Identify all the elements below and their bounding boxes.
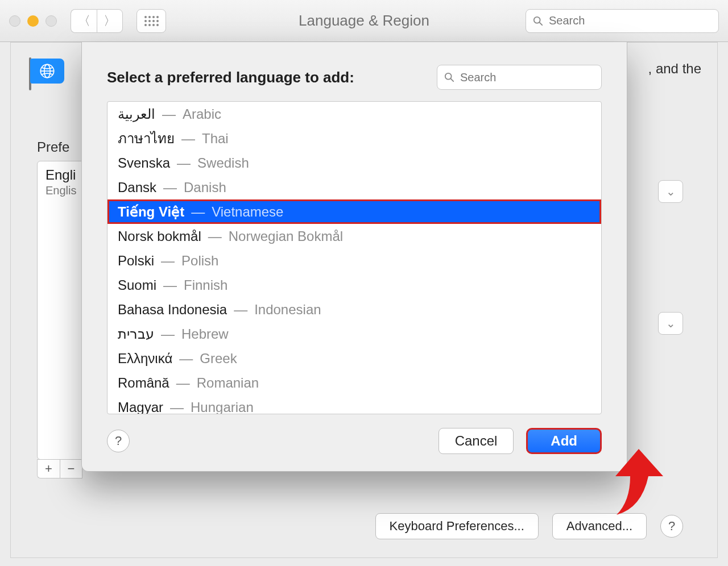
language-native: Bahasa Indonesia xyxy=(118,302,227,318)
bottom-buttons: Keyboard Preferences... Advanced... ? xyxy=(375,513,683,539)
language-native: العربية xyxy=(118,106,155,122)
remove-language-button[interactable]: − xyxy=(60,459,82,478)
popup-stepper[interactable]: ⌄ xyxy=(658,180,683,203)
language-english: Norwegian Bokmål xyxy=(229,228,343,244)
language-native: Ελληνικά xyxy=(118,351,172,367)
intro-text: , and the xyxy=(648,55,701,77)
zoom-window-button[interactable] xyxy=(46,15,57,27)
language-native: ภาษาไทย xyxy=(118,127,175,149)
dash-separator: — xyxy=(161,253,175,269)
help-button[interactable]: ? xyxy=(660,515,683,538)
dash-separator: — xyxy=(191,204,205,220)
language-english: Romanian xyxy=(197,375,259,391)
language-english: Finnish xyxy=(184,277,228,293)
language-english: Danish xyxy=(184,180,226,195)
dash-separator: — xyxy=(234,302,247,318)
svg-point-0 xyxy=(534,16,540,23)
language-native: Magyar xyxy=(118,399,163,415)
language-native: Dansk xyxy=(118,180,156,195)
language-native: Norsk bokmål xyxy=(118,228,201,244)
language-native: עברית xyxy=(118,326,154,342)
language-row[interactable]: Polski—Polish xyxy=(107,248,601,273)
close-window-button[interactable] xyxy=(9,15,20,27)
sheet-search-input[interactable] xyxy=(459,70,594,85)
window-controls xyxy=(9,15,57,27)
keyboard-preferences-button[interactable]: Keyboard Preferences... xyxy=(375,513,539,539)
toolbar-search-input[interactable] xyxy=(548,14,712,28)
language-english: Hebrew xyxy=(181,326,229,342)
globe-icon xyxy=(39,63,55,79)
language-row[interactable]: Dansk—Danish xyxy=(107,175,601,199)
svg-line-1 xyxy=(540,22,543,25)
advanced-button[interactable]: Advanced... xyxy=(552,513,647,539)
grid-icon xyxy=(144,16,159,26)
dash-separator: — xyxy=(179,351,193,367)
language-row[interactable]: Norsk bokmål—Norwegian Bokmål xyxy=(107,224,601,248)
sheet-search[interactable] xyxy=(437,65,602,90)
language-row[interactable]: Magyar—Hungarian xyxy=(107,395,601,414)
language-english: Swedish xyxy=(197,155,249,171)
question-icon: ? xyxy=(115,434,122,448)
svg-line-6 xyxy=(451,79,454,82)
sheet-title: Select a preferred language to add: xyxy=(107,69,354,86)
dash-separator: — xyxy=(162,106,176,122)
dash-separator: — xyxy=(181,131,195,147)
language-english: Thai xyxy=(202,131,229,147)
sheet-help-button[interactable]: ? xyxy=(107,430,130,452)
language-row[interactable]: Tiếng Việt—Vietnamese xyxy=(107,199,601,224)
language-english: Greek xyxy=(200,351,237,367)
toolbar-search[interactable] xyxy=(526,9,719,33)
language-row[interactable]: Bahasa Indonesia—Indonesian xyxy=(107,297,601,322)
search-icon xyxy=(444,72,454,82)
show-all-button[interactable] xyxy=(136,9,166,33)
chevron-right-icon: 〉 xyxy=(104,13,116,30)
add-language-sheet: Select a preferred language to add: العر… xyxy=(81,42,627,472)
cancel-button[interactable]: Cancel xyxy=(439,428,514,454)
minimize-window-button[interactable] xyxy=(27,15,39,27)
language-native: Polski xyxy=(118,253,154,269)
language-list[interactable]: العربية—Arabicภาษาไทย—ThaiSvenska—Swedis… xyxy=(107,101,602,414)
add-language-button[interactable]: + xyxy=(37,459,60,478)
language-row[interactable]: Svenska—Swedish xyxy=(107,151,601,175)
language-row[interactable]: Română—Romanian xyxy=(107,371,601,395)
dash-separator: — xyxy=(176,375,190,391)
svg-point-5 xyxy=(445,73,452,80)
dash-separator: — xyxy=(208,228,222,244)
language-row[interactable]: العربية—Arabic xyxy=(107,102,601,126)
nav-buttons: 〈 〉 xyxy=(71,9,123,33)
question-icon: ? xyxy=(668,519,675,534)
language-native: Română xyxy=(118,375,169,391)
dash-separator: — xyxy=(163,180,177,195)
language-english: Hungarian xyxy=(191,399,254,415)
toolbar: 〈 〉 Language & Region xyxy=(0,0,728,42)
dash-separator: — xyxy=(163,277,177,293)
dash-separator: — xyxy=(177,155,191,171)
language-english: Polish xyxy=(181,253,218,269)
add-button[interactable]: Add xyxy=(526,428,602,454)
language-row[interactable]: ภาษาไทย—Thai xyxy=(107,126,601,151)
search-icon xyxy=(533,16,543,26)
dash-separator: — xyxy=(161,326,175,342)
language-english: Vietnamese xyxy=(212,204,283,220)
popup-stepper[interactable]: ⌄ xyxy=(658,312,683,335)
language-row[interactable]: Suomi—Finnish xyxy=(107,273,601,297)
language-row[interactable]: עברית—Hebrew xyxy=(107,322,601,346)
language-english: Indonesian xyxy=(254,302,321,318)
language-native: Svenska xyxy=(118,155,170,171)
back-button[interactable]: 〈 xyxy=(71,9,97,33)
dash-separator: — xyxy=(170,399,184,415)
language-native: Tiếng Việt xyxy=(118,204,184,220)
language-native: Suomi xyxy=(118,277,156,293)
language-region-icon xyxy=(27,55,68,94)
forward-button[interactable]: 〉 xyxy=(97,9,123,33)
chevron-left-icon: 〈 xyxy=(78,13,90,30)
language-row[interactable]: Ελληνικά—Greek xyxy=(107,346,601,371)
language-english: Arabic xyxy=(183,106,221,122)
